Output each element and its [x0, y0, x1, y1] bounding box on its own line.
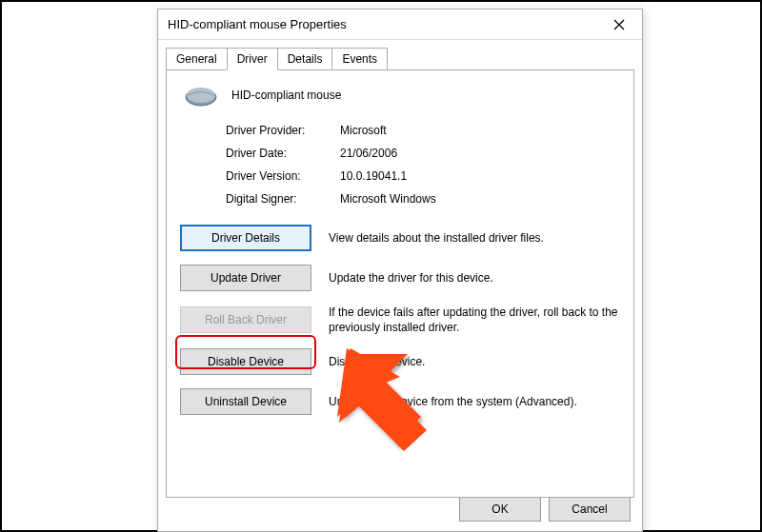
- window-title: HID-compliant mouse Properties: [168, 17, 347, 31]
- properties-dialog: HID-compliant mouse Properties General D…: [157, 9, 643, 532]
- titlebar: HID-compliant mouse Properties: [158, 10, 642, 40]
- date-label: Driver Date:: [226, 147, 340, 160]
- provider-label: Driver Provider:: [226, 124, 340, 137]
- cancel-button[interactable]: Cancel: [549, 497, 631, 522]
- tab-events[interactable]: Events: [331, 48, 388, 70]
- mouse-icon: [184, 84, 218, 107]
- disable-desc: Disable the device.: [329, 354, 620, 369]
- version-value: 10.0.19041.1: [340, 169, 620, 183]
- close-icon: [613, 19, 625, 30]
- close-button[interactable]: [600, 11, 638, 38]
- update-driver-button[interactable]: Update Driver: [180, 265, 311, 291]
- update-driver-desc: Update the driver for this device.: [329, 270, 620, 286]
- device-name: HID-compliant mouse: [231, 89, 341, 102]
- tab-content: HID-compliant mouse Driver Provider: Mic…: [166, 69, 634, 498]
- ok-button[interactable]: OK: [459, 497, 541, 522]
- dialog-button-bar: OK Cancel: [459, 497, 631, 522]
- date-value: 21/06/2006: [340, 147, 620, 160]
- tab-general[interactable]: General: [166, 48, 228, 70]
- tab-details[interactable]: Details: [277, 48, 333, 70]
- tab-bar: General Driver Details Events: [166, 48, 634, 70]
- signer-value: Microsoft Windows: [340, 192, 620, 206]
- driver-info: Driver Provider: Microsoft Driver Date: …: [226, 124, 620, 206]
- roll-back-driver-button: Roll Back Driver: [180, 306, 311, 333]
- svg-point-3: [187, 88, 215, 103]
- disable-device-button[interactable]: Disable Device: [180, 348, 311, 375]
- driver-details-button[interactable]: Driver Details: [180, 225, 311, 251]
- tab-driver[interactable]: Driver: [227, 48, 278, 70]
- provider-value: Microsoft: [340, 124, 620, 137]
- roll-back-desc: If the device fails after updating the d…: [329, 305, 620, 335]
- signer-label: Digital Signer:: [226, 192, 340, 206]
- uninstall-desc: Uninstall the device from the system (Ad…: [329, 394, 620, 409]
- version-label: Driver Version:: [226, 169, 340, 183]
- uninstall-device-button[interactable]: Uninstall Device: [180, 388, 311, 415]
- device-header: HID-compliant mouse: [180, 84, 620, 107]
- driver-details-desc: View details about the installed driver …: [329, 230, 620, 246]
